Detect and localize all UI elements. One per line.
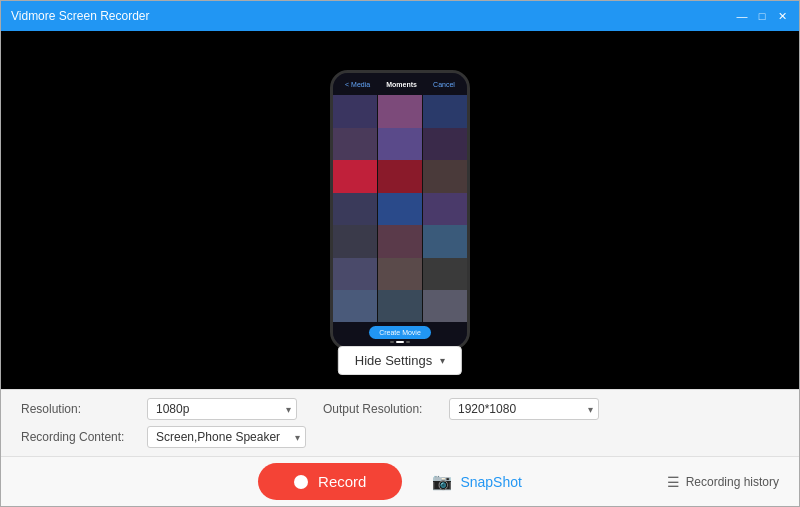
indicator-dot-active (396, 341, 404, 343)
record-label: Record (318, 473, 366, 490)
chevron-down-icon: ▾ (440, 355, 445, 366)
history-icon: ☰ (667, 474, 680, 490)
indicator-dot (390, 341, 394, 343)
hide-settings-label: Hide Settings (355, 353, 432, 368)
title-bar: Vidmore Screen Recorder — □ ✕ (1, 1, 799, 31)
window-controls: — □ ✕ (735, 9, 789, 23)
window-title: Vidmore Screen Recorder (11, 9, 735, 23)
camera-icon: 📷 (432, 472, 452, 491)
resolution-label: Resolution: (21, 402, 131, 416)
preview-area: < Media Moments Cancel 1:31 1s 7s 20:01 (1, 31, 799, 389)
phone-grid: 1:31 1s 7s 20:01 36s 39s (333, 95, 467, 322)
list-item[interactable] (333, 290, 377, 322)
phone-mockup: < Media Moments Cancel 1:31 1s 7s 20:01 (330, 70, 470, 350)
hide-settings-bar: Hide Settings ▾ (338, 346, 462, 375)
resolution-select[interactable]: 1080p 720p 480p 360p 2K 4K (147, 398, 297, 420)
output-resolution-select-wrapper: 1920*1080 1280*720 3840*2160 (449, 398, 599, 420)
resolution-row: Resolution: 1080p 720p 480p 360p 2K 4K O… (21, 398, 779, 420)
record-button[interactable]: Record (258, 463, 402, 500)
minimize-button[interactable]: — (735, 9, 749, 23)
media-nav[interactable]: < Media (345, 81, 370, 88)
recording-content-select[interactable]: Screen,Phone Speaker Screen Only Screen,… (147, 426, 306, 448)
settings-panel: Resolution: 1080p 720p 480p 360p 2K 4K O… (1, 389, 799, 456)
close-button[interactable]: ✕ (775, 9, 789, 23)
output-resolution-select[interactable]: 1920*1080 1280*720 3840*2160 (449, 398, 599, 420)
indicator-dot (406, 341, 410, 343)
recording-content-row: Recording Content: Screen,Phone Speaker … (21, 426, 779, 448)
phone-indicator (390, 341, 410, 343)
record-icon (294, 475, 308, 489)
recording-history-button[interactable]: ☰ Recording history (667, 474, 779, 490)
resolution-select-wrapper: 1080p 720p 480p 360p 2K 4K (147, 398, 297, 420)
main-window: Vidmore Screen Recorder — □ ✕ < Media Mo… (0, 0, 800, 507)
cancel-nav[interactable]: Cancel (433, 81, 455, 88)
maximize-button[interactable]: □ (755, 9, 769, 23)
hide-settings-button[interactable]: Hide Settings ▾ (338, 346, 462, 375)
action-bar: Record 📷 SnapShot ☰ Recording history (1, 456, 799, 506)
create-movie-button[interactable]: Create Movie (369, 326, 431, 339)
snapshot-button[interactable]: 📷 SnapShot (412, 462, 542, 501)
recording-content-select-wrapper: Screen,Phone Speaker Screen Only Screen,… (147, 426, 306, 448)
list-item[interactable] (423, 290, 467, 322)
recording-content-label: Recording Content: (21, 430, 131, 444)
list-item[interactable] (378, 290, 422, 322)
phone-bottom: Create Movie (333, 322, 467, 347)
snapshot-label: SnapShot (460, 474, 522, 490)
phone-nav-bar: < Media Moments Cancel (333, 73, 467, 95)
history-label: Recording history (686, 475, 779, 489)
output-resolution-label: Output Resolution: (323, 402, 433, 416)
moments-nav: Moments (386, 81, 417, 88)
